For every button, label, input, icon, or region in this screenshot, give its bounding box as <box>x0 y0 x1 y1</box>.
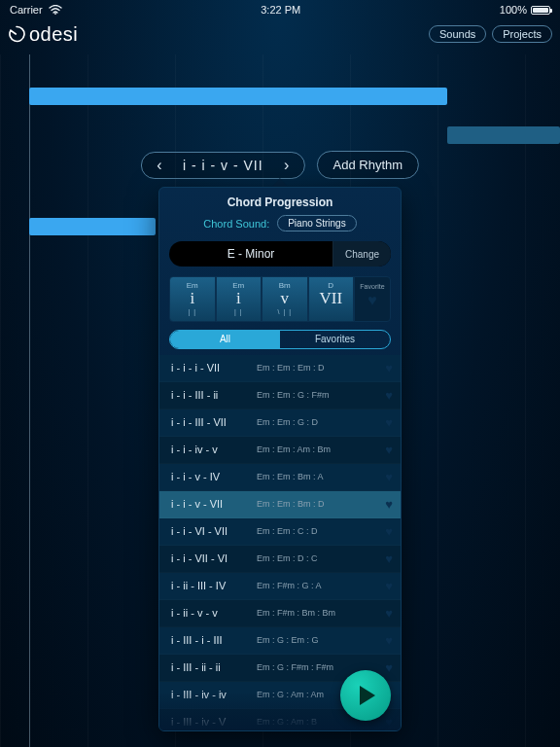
logo-icon <box>8 25 25 43</box>
row-progression: i - i - i - VII <box>171 362 257 374</box>
chord-tile[interactable]: D VII <box>308 276 355 322</box>
key-row: E - Minor Change <box>169 241 391 267</box>
list-filter-segment: All Favorites <box>169 330 391 349</box>
chord-sound-row: Chord Sound: Piano Strings <box>159 215 401 241</box>
chord-tile-roman: VII <box>309 290 354 308</box>
heart-icon[interactable]: ♥ <box>385 361 393 375</box>
midi-block[interactable] <box>29 218 156 235</box>
chord-progression-panel: Chord Progression Chord Sound: Piano Str… <box>158 187 402 731</box>
row-chords: Em : F#m : G : A <box>257 581 385 590</box>
progression-row[interactable]: i - ii - III - IVEm : F#m : G : A♥ <box>159 573 401 600</box>
chord-tile[interactable]: Em i | | <box>216 276 262 322</box>
progression-selector: ‹ i - i - v - VII › <box>141 152 305 179</box>
row-progression: i - ii - v - v <box>171 607 257 619</box>
panel-title: Chord Progression <box>159 188 401 215</box>
chord-tile-roman: i <box>170 290 215 308</box>
app-logo: odesi <box>8 23 78 46</box>
heart-icon[interactable]: ♥ <box>385 606 393 621</box>
heart-icon[interactable]: ♥ <box>385 551 393 566</box>
favorite-tile-label: Favorite <box>360 281 384 290</box>
heart-icon[interactable]: ♥ <box>385 524 393 539</box>
favorite-tile[interactable]: Favorite ♥ <box>354 276 391 322</box>
progression-row[interactable]: i - i - VII - VIEm : Em : D : C♥ <box>159 546 401 573</box>
progression-row[interactable]: i - i - iv - vEm : Em : Am : Bm♥ <box>159 437 401 464</box>
chord-tile-rhythm: | | <box>170 308 215 315</box>
row-progression: i - i - v - IV <box>171 471 257 482</box>
chord-sound-select[interactable]: Piano Strings <box>277 215 356 231</box>
current-progression-label[interactable]: i - i - v - VII <box>169 158 277 173</box>
chord-tile-rhythm: | | <box>217 308 262 315</box>
chord-tile-rhythm: \ | | <box>262 308 307 315</box>
row-progression: i - III - ii - ii <box>171 661 257 673</box>
progression-row[interactable]: i - i - III - VIIEm : Em : G : D♥ <box>159 409 401 437</box>
wifi-icon <box>49 5 62 15</box>
heart-icon[interactable]: ♥ <box>385 443 393 457</box>
row-progression: i - i - VI - VII <box>171 525 257 537</box>
sounds-button[interactable]: Sounds <box>429 25 486 43</box>
progression-row[interactable]: i - ii - v - vEm : F#m : Bm : Bm♥ <box>159 600 401 627</box>
row-chords: Em : Em : G : F#m <box>257 390 385 400</box>
key-label: E - Minor <box>169 247 332 261</box>
prev-progression-button[interactable]: ‹ <box>150 157 169 174</box>
change-key-button[interactable]: Change <box>332 241 391 267</box>
row-progression: i - III - iv - iv <box>171 689 257 700</box>
segment-all[interactable]: All <box>170 331 280 348</box>
timeline-start-line <box>29 54 30 747</box>
row-chords: Em : Em : Am : Bm <box>257 445 385 454</box>
chord-tile[interactable]: Em i | | <box>169 276 216 322</box>
selector-pointer-icon <box>272 178 288 187</box>
row-chords: Em : Em : C : D <box>257 526 385 536</box>
row-chords: Em : Em : G : D <box>257 417 385 427</box>
brand-name: odesi <box>29 23 78 46</box>
row-progression: i - i - III - VII <box>171 416 257 428</box>
status-bar: Carrier 3:22 PM 100% <box>0 0 560 19</box>
carrier-label: Carrier <box>10 4 43 16</box>
chord-sound-label: Chord Sound: <box>203 218 269 230</box>
progression-row[interactable]: i - i - i - VIIEm : Em : Em : D♥ <box>159 355 401 382</box>
row-progression: i - III - iv - V <box>171 716 257 728</box>
row-chords: Em : G : Em : G <box>257 635 385 645</box>
midi-block[interactable] <box>29 88 447 105</box>
row-progression: i - ii - III - IV <box>171 580 257 591</box>
heart-icon[interactable]: ♥ <box>385 660 393 675</box>
progression-row[interactable]: i - i - v - IVEm : Em : Bm : A♥ <box>159 464 401 491</box>
row-chords: Em : F#m : Bm : Bm <box>257 608 385 618</box>
play-icon <box>358 684 377 707</box>
heart-icon: ♥ <box>368 290 377 309</box>
midi-block[interactable] <box>447 126 560 144</box>
heart-icon[interactable]: ♥ <box>385 497 393 512</box>
row-chords: Em : Em : Em : D <box>257 363 385 373</box>
chord-tile[interactable]: Bm v \ | | <box>262 276 308 322</box>
progression-row[interactable]: i - i - v - VIIEm : Em : Bm : D♥ <box>159 491 401 518</box>
clock: 3:22 PM <box>62 4 500 16</box>
projects-button[interactable]: Projects <box>492 25 552 43</box>
next-progression-button[interactable]: › <box>277 157 297 174</box>
add-rhythm-button[interactable]: Add Rhythm <box>317 151 420 179</box>
heart-icon[interactable]: ♥ <box>385 715 393 729</box>
heart-icon[interactable]: ♥ <box>385 415 393 430</box>
row-progression: i - i - VII - VI <box>171 552 257 564</box>
battery-percent: 100% <box>500 4 527 16</box>
heart-icon[interactable]: ♥ <box>385 633 393 648</box>
chord-tile-roman: v <box>262 290 307 308</box>
progression-row[interactable]: i - i - III - iiEm : Em : G : F#m♥ <box>159 382 401 409</box>
row-progression: i - III - i - III <box>171 634 257 646</box>
row-chords: Em : Em : Bm : A <box>257 472 385 481</box>
heart-icon[interactable]: ♥ <box>385 470 393 484</box>
app-header: odesi Sounds Projects <box>0 19 560 49</box>
row-progression: i - i - v - VII <box>171 498 257 510</box>
row-chords: Em : Em : Bm : D <box>257 499 385 509</box>
heart-icon[interactable]: ♥ <box>385 388 393 403</box>
progression-row[interactable]: i - III - i - IIIEm : G : Em : G♥ <box>159 627 401 655</box>
svg-point-0 <box>54 13 56 15</box>
heart-icon[interactable]: ♥ <box>385 579 393 593</box>
chord-tile-roman: i <box>217 290 262 308</box>
battery-icon <box>531 6 550 15</box>
row-progression: i - i - iv - v <box>171 444 257 455</box>
segment-favorites[interactable]: Favorites <box>280 331 390 348</box>
chord-tiles: Em i | | Em i | | Bm v \ | | D VII Favor… <box>169 276 391 322</box>
play-button[interactable] <box>340 670 391 721</box>
row-chords: Em : Em : D : C <box>257 553 385 563</box>
progression-selector-bar: ‹ i - i - v - VII › Add Rhythm <box>141 151 419 179</box>
progression-row[interactable]: i - i - VI - VIIEm : Em : C : D♥ <box>159 518 401 546</box>
